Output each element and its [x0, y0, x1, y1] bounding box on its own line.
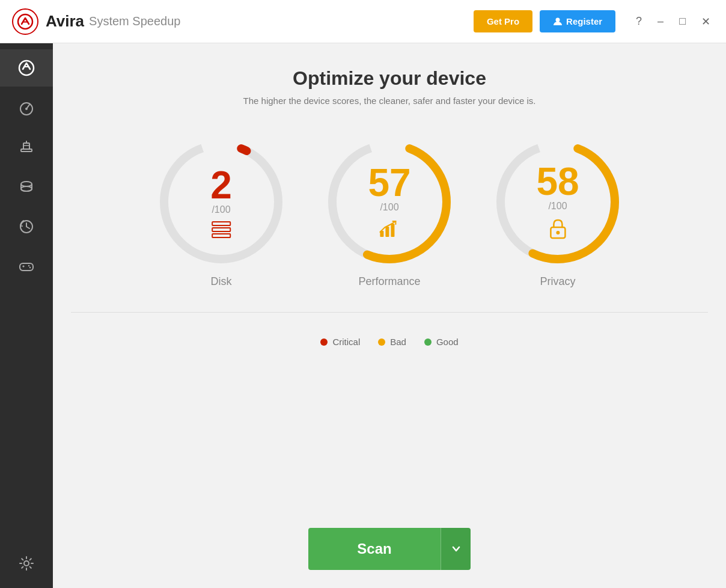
history-icon — [17, 218, 35, 236]
svg-point-1 — [556, 17, 560, 22]
window-controls: ? – □ ✕ — [632, 14, 714, 29]
close-button[interactable]: ✕ — [698, 14, 714, 29]
performance-icon — [379, 219, 400, 240]
performance-label: Performance — [358, 275, 420, 288]
svg-rect-19 — [385, 227, 389, 237]
scan-chevron-button[interactable] — [441, 528, 471, 570]
sidebar-item-startup[interactable] — [0, 129, 53, 166]
privacy-out-of: /100 — [548, 201, 567, 212]
gaming-icon — [17, 257, 35, 275]
help-button[interactable]: ? — [632, 14, 645, 29]
user-icon — [553, 17, 563, 26]
main-layout: Optimize your device The higher the devi… — [0, 43, 726, 588]
get-pro-button[interactable]: Get Pro — [474, 10, 532, 32]
svg-point-8 — [21, 186, 32, 191]
app-name: Avira — [46, 12, 84, 31]
disk-icon — [212, 221, 231, 238]
privacy-label: Privacy — [540, 275, 575, 288]
svg-rect-6 — [23, 143, 29, 149]
scan-button-wrapper: Scan — [308, 528, 471, 570]
legend-good: Good — [424, 337, 459, 347]
svg-point-13 — [24, 561, 29, 566]
sidebar — [0, 43, 53, 588]
disk-label: Disk — [211, 275, 232, 288]
chevron-down-icon — [451, 544, 462, 554]
disk-gauge-container: 2 /100 Disk — [155, 136, 287, 288]
svg-point-4 — [25, 108, 28, 110]
app-logo — [12, 8, 38, 35]
content-area: Optimize your device The higher the devi… — [53, 43, 726, 588]
disk-gauge-center: 2 /100 — [210, 166, 232, 238]
sidebar-item-gaming[interactable] — [0, 248, 53, 285]
gauges-row: 2 /100 Disk — [155, 136, 624, 288]
legend: Critical Bad Good — [320, 337, 458, 347]
privacy-score: 58 — [536, 162, 579, 201]
speedup-icon — [17, 99, 35, 117]
privacy-icon — [548, 218, 567, 242]
settings-icon — [17, 554, 35, 572]
sidebar-item-history[interactable] — [0, 208, 53, 245]
svg-point-11 — [28, 265, 29, 266]
svg-rect-10 — [20, 263, 33, 271]
sidebar-item-speedup[interactable] — [0, 89, 53, 126]
privacy-gauge: 58 /100 — [492, 136, 624, 268]
sidebar-item-settings[interactable] — [0, 545, 53, 582]
svg-point-24 — [556, 231, 560, 234]
disk-score: 2 — [210, 166, 232, 204]
app-subtitle: System Speedup — [89, 14, 180, 28]
chart-up-icon — [379, 219, 400, 238]
page-title: Optimize your device — [293, 67, 486, 90]
title-bar: Avira System Speedup Get Pro Register ? … — [0, 0, 726, 43]
performance-score: 57 — [368, 164, 410, 202]
minimize-button[interactable]: – — [654, 14, 667, 29]
disk-out-of: /100 — [212, 204, 230, 215]
maximize-button[interactable]: □ — [676, 14, 689, 29]
title-actions: Get Pro Register ? – □ ✕ — [474, 10, 714, 32]
privacy-gauge-container: 58 /100 Privacy — [492, 136, 624, 288]
lock-icon — [548, 218, 567, 239]
svg-rect-20 — [391, 224, 394, 237]
sidebar-item-home[interactable] — [0, 49, 53, 87]
performance-out-of: /100 — [380, 202, 398, 213]
divider — [71, 312, 708, 313]
legend-critical: Critical — [320, 337, 360, 347]
performance-gauge-container: 57 /100 Performance — [323, 136, 456, 288]
performance-gauge-center: 57 /100 — [368, 164, 410, 240]
sidebar-item-disk[interactable] — [0, 168, 53, 206]
legend-bad: Bad — [378, 337, 406, 347]
register-button[interactable]: Register — [540, 10, 615, 32]
privacy-gauge-center: 58 /100 — [536, 162, 579, 242]
good-label: Good — [436, 337, 459, 347]
critical-label: Critical — [332, 337, 360, 347]
bad-label: Bad — [390, 337, 406, 347]
startup-icon — [17, 138, 35, 156]
critical-dot — [320, 338, 328, 346]
performance-gauge: 57 /100 — [323, 136, 456, 268]
disk-icon — [17, 178, 35, 196]
scan-button[interactable]: Scan — [308, 528, 441, 570]
good-dot — [424, 338, 432, 346]
disk-gauge: 2 /100 — [155, 136, 287, 268]
svg-point-7 — [21, 182, 32, 186]
bad-dot — [378, 338, 385, 346]
page-subtitle: The higher the device scores, the cleane… — [243, 96, 536, 106]
home-icon — [17, 59, 35, 77]
svg-point-12 — [29, 267, 31, 268]
